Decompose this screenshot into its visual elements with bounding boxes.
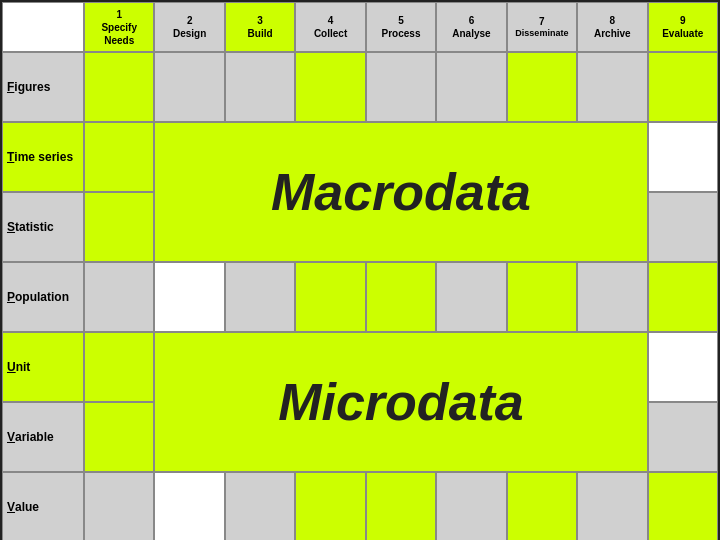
header-col-6: 6 Analyse xyxy=(436,2,506,52)
r2c2 xyxy=(648,122,718,192)
row-label-figures: Figures xyxy=(2,52,84,122)
header-col-5: 5 Process xyxy=(366,2,436,52)
header-col-3: 3 Build xyxy=(225,2,295,52)
r5c2 xyxy=(648,332,718,402)
r1c7 xyxy=(507,52,577,122)
r1c1 xyxy=(84,52,154,122)
r4c1 xyxy=(84,262,154,332)
r7c9 xyxy=(648,472,718,540)
microdata-label: Microdata xyxy=(154,332,647,472)
r7c4 xyxy=(295,472,365,540)
header-col-1: 1 Specify Needs xyxy=(84,2,154,52)
r4c6 xyxy=(436,262,506,332)
r4c3 xyxy=(225,262,295,332)
r1c4 xyxy=(295,52,365,122)
r1c8 xyxy=(577,52,647,122)
r7c8 xyxy=(577,472,647,540)
row-label-statistic: Statistic xyxy=(2,192,84,262)
r1c5 xyxy=(366,52,436,122)
r7c3 xyxy=(225,472,295,540)
r7c6 xyxy=(436,472,506,540)
r3c2 xyxy=(648,192,718,262)
header-empty xyxy=(2,2,84,52)
row-label-variable: Variable xyxy=(2,402,84,472)
row-label-unit: Unit xyxy=(2,332,84,402)
r4c7 xyxy=(507,262,577,332)
r1c6 xyxy=(436,52,506,122)
r1c2 xyxy=(154,52,224,122)
header-col-7: 7 Disseminate xyxy=(507,2,577,52)
r4c5 xyxy=(366,262,436,332)
r4c4 xyxy=(295,262,365,332)
r4c2 xyxy=(154,262,224,332)
r4c8 xyxy=(577,262,647,332)
r2c1 xyxy=(84,122,154,192)
header-col-8: 8 Archive xyxy=(577,2,647,52)
r1c3 xyxy=(225,52,295,122)
r6c1 xyxy=(84,402,154,472)
row-label-population: Population xyxy=(2,262,84,332)
row-label-value: Value xyxy=(2,472,84,540)
r6c2 xyxy=(648,402,718,472)
r1c9 xyxy=(648,52,718,122)
r4c9 xyxy=(648,262,718,332)
r7c7 xyxy=(507,472,577,540)
macrodata-label: Macrodata xyxy=(154,122,647,262)
r7c5 xyxy=(366,472,436,540)
header-col-4: 4 Collect xyxy=(295,2,365,52)
header-col-2: 2 Design xyxy=(154,2,224,52)
main-grid: 1 Specify Needs 2 Design 3 Build 4 Colle… xyxy=(0,0,720,540)
header-col-9: 9 Evaluate xyxy=(648,2,718,52)
r5c1 xyxy=(84,332,154,402)
r3c1 xyxy=(84,192,154,262)
r7c2 xyxy=(154,472,224,540)
r7c1 xyxy=(84,472,154,540)
row-label-timeseries: Time series xyxy=(2,122,84,192)
